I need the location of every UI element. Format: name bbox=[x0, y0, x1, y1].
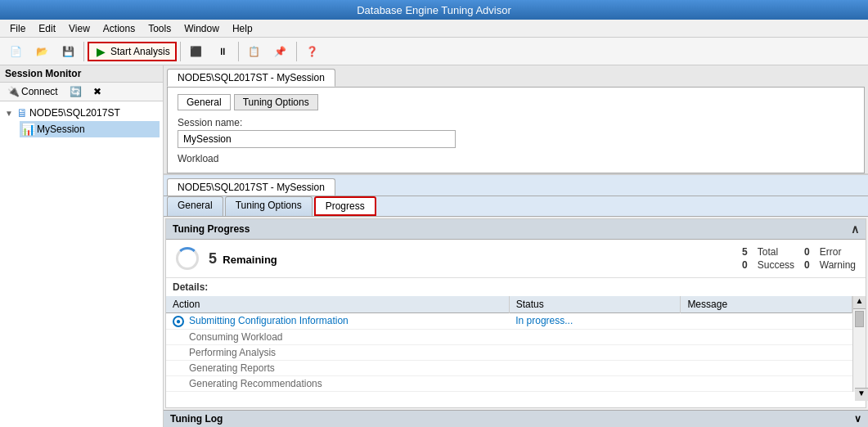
help-icon: ❓ bbox=[306, 45, 319, 58]
status-cell bbox=[509, 375, 681, 391]
title-bar: Database Engine Tuning Advisor bbox=[0, 0, 868, 20]
session-name: MySession bbox=[37, 124, 85, 135]
delete-icon: ✖ bbox=[93, 86, 101, 97]
scroll-thumb[interactable] bbox=[855, 311, 864, 327]
inner-tab-general-label: General bbox=[187, 97, 222, 108]
lower-tab-label-tab[interactable]: NODE5\SQL2017ST - MySession bbox=[167, 178, 335, 196]
paste-button[interactable]: 📌 bbox=[268, 43, 293, 61]
connect-button[interactable]: 🔌 Connect bbox=[3, 84, 62, 99]
status-cell bbox=[509, 344, 681, 360]
title-text: Database Engine Tuning Advisor bbox=[357, 4, 511, 16]
details-table-scroll[interactable]: Action Status Message bbox=[166, 296, 852, 392]
menu-actions[interactable]: Actions bbox=[97, 21, 142, 36]
table-row: Consuming Workload bbox=[166, 329, 852, 344]
upper-tab-label: NODE5\SQL2017ST - MySession bbox=[178, 72, 325, 83]
tuning-log-expand-icon[interactable]: ∨ bbox=[854, 413, 861, 425]
stop-button[interactable]: ⬛ bbox=[184, 43, 209, 61]
session-icon: 📊 bbox=[21, 123, 35, 136]
remaining-count: 5 bbox=[209, 250, 217, 267]
paste-icon: 📌 bbox=[274, 45, 287, 58]
message-cell bbox=[681, 313, 852, 330]
session-name-label: Session name: bbox=[178, 117, 854, 128]
session-monitor-toolbar: 🔌 Connect 🔄 ✖ bbox=[0, 83, 163, 101]
progress-spinner bbox=[176, 247, 199, 270]
main-layout: Session Monitor 🔌 Connect 🔄 ✖ ▼ 🖥 NODE5\… bbox=[0, 65, 868, 427]
menu-bar: File Edit View Actions Tools Window Help bbox=[0, 20, 868, 38]
lower-tab-general[interactable]: General bbox=[167, 196, 223, 216]
session-name-field: Session name: bbox=[178, 117, 854, 148]
total-label: Total bbox=[758, 246, 794, 258]
table-scrollbar-track[interactable]: ▲ ▼ bbox=[852, 296, 866, 392]
progress-body: 5 Remaining 5 Total 0 Error 0 Success 0 … bbox=[166, 240, 866, 278]
menu-help[interactable]: Help bbox=[226, 21, 259, 36]
remaining-label: Remaining bbox=[223, 254, 277, 266]
action-text: Consuming Workload bbox=[189, 331, 283, 343]
copy-button[interactable]: 📋 bbox=[242, 43, 267, 61]
action-cell: Generating Reports bbox=[166, 360, 509, 375]
new-button[interactable]: 📄 bbox=[3, 43, 28, 61]
lower-inner-tabs: General Tuning Options Progress bbox=[164, 196, 868, 217]
error-value: 0 bbox=[804, 246, 810, 258]
server-icon: 🖥 bbox=[16, 106, 28, 119]
message-cell bbox=[681, 344, 852, 360]
session-monitor-panel: Session Monitor 🔌 Connect 🔄 ✖ ▼ 🖥 NODE5\… bbox=[0, 65, 164, 427]
sm-delete-button[interactable]: ✖ bbox=[89, 84, 106, 99]
new-icon: 📄 bbox=[9, 45, 22, 58]
action-text: Submitting Configuration Information bbox=[189, 315, 349, 326]
col-message: Message bbox=[681, 296, 852, 313]
session-name-input[interactable] bbox=[178, 130, 456, 148]
action-text: Generating Reports bbox=[189, 362, 275, 374]
save-icon: 💾 bbox=[61, 45, 74, 58]
table-row: Generating Reports bbox=[166, 360, 852, 375]
toolbar-separator-1 bbox=[83, 42, 84, 61]
connect-label: Connect bbox=[21, 86, 58, 97]
details-label: Details: bbox=[166, 278, 866, 296]
inner-tab-tuning-label: Tuning Options bbox=[243, 97, 309, 108]
success-value: 0 bbox=[742, 259, 748, 271]
start-analysis-label: Start Analysis bbox=[110, 46, 170, 57]
sm-refresh-button[interactable]: 🔄 bbox=[65, 84, 86, 99]
menu-file[interactable]: File bbox=[3, 21, 32, 36]
menu-tools[interactable]: Tools bbox=[142, 21, 178, 36]
menu-window[interactable]: Window bbox=[178, 21, 226, 36]
start-analysis-button[interactable]: ▶ Start Analysis bbox=[88, 42, 177, 61]
action-text: Generating Recommendations bbox=[189, 378, 322, 389]
details-table-wrapper: Action Status Message bbox=[166, 296, 866, 392]
action-cell: Performing Analysis bbox=[166, 344, 509, 360]
lower-tab-progress[interactable]: Progress bbox=[314, 196, 376, 216]
menu-view[interactable]: View bbox=[62, 21, 97, 36]
tuning-log-label: Tuning Log bbox=[170, 413, 223, 425]
scroll-up-button[interactable]: ▲ bbox=[853, 296, 866, 309]
scroll-down-button[interactable]: ▼ bbox=[855, 388, 866, 401]
collapse-icon[interactable]: ∧ bbox=[851, 222, 859, 236]
tree-children: 📊 MySession bbox=[3, 121, 160, 137]
server-name: NODE5\SQL2017ST bbox=[29, 107, 120, 119]
tree-view: ▼ 🖥 NODE5\SQL2017ST 📊 MySession bbox=[0, 101, 163, 427]
workload-label: Workload bbox=[178, 153, 854, 164]
inner-tab-tuning[interactable]: Tuning Options bbox=[234, 94, 318, 110]
progress-title: Tuning Progress bbox=[173, 223, 250, 235]
open-button[interactable]: 📂 bbox=[29, 43, 54, 61]
upper-session-tab[interactable]: NODE5\SQL2017ST - MySession bbox=[167, 69, 335, 87]
open-icon: 📂 bbox=[35, 45, 48, 58]
tree-server-node[interactable]: ▼ 🖥 NODE5\SQL2017ST bbox=[3, 105, 160, 121]
menu-edit[interactable]: Edit bbox=[32, 21, 62, 36]
error-label: Error bbox=[820, 246, 856, 258]
lower-tab-tuning[interactable]: Tuning Options bbox=[225, 196, 313, 216]
progress-left: 5 Remaining bbox=[176, 247, 277, 270]
tree-session-item[interactable]: 📊 MySession bbox=[20, 121, 160, 137]
table-header-row: Action Status Message bbox=[166, 296, 852, 313]
inner-tabs: General Tuning Options bbox=[178, 94, 854, 110]
action-text: Performing Analysis bbox=[189, 347, 276, 358]
inner-tab-general[interactable]: General bbox=[178, 94, 231, 110]
action-cell: Generating Recommendations bbox=[166, 375, 509, 391]
status-cell bbox=[509, 360, 681, 375]
save-button[interactable]: 💾 bbox=[56, 43, 80, 61]
progress-section: Tuning Progress ∧ 5 Remaining 5 Total bbox=[165, 218, 866, 408]
help-button[interactable]: ❓ bbox=[300, 43, 325, 61]
lower-tab-progress-label: Progress bbox=[326, 200, 365, 212]
pause-button[interactable]: ⏸ bbox=[210, 43, 235, 61]
lower-section: NODE5\SQL2017ST - MySession General Tuni… bbox=[164, 175, 868, 427]
message-cell bbox=[681, 375, 852, 391]
connect-icon: 🔌 bbox=[7, 86, 20, 97]
